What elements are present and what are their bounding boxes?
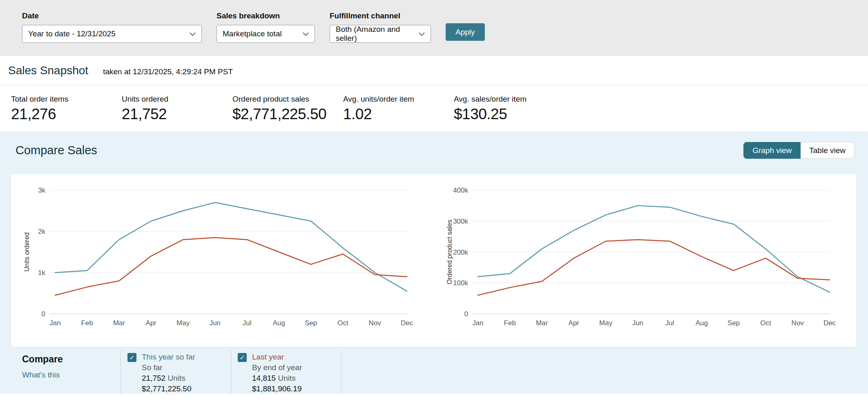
- last-year-checkbox[interactable]: ✓: [238, 353, 247, 362]
- snapshot-header: Sales Snapshot taken at 12/31/2025, 4:29…: [0, 55, 868, 85]
- svg-text:May: May: [176, 319, 190, 327]
- ordered-product-sales-chart: 0100k200k300k400kJanFebMarAprMayJunJulAu…: [434, 174, 857, 347]
- svg-text:Nov: Nov: [792, 319, 804, 327]
- date-select[interactable]: Year to date - 12/31/2025: [22, 25, 202, 43]
- svg-text:Dec: Dec: [401, 319, 413, 327]
- legend-divider: [341, 350, 341, 394]
- svg-text:400k: 400k: [453, 186, 468, 194]
- svg-text:Apr: Apr: [146, 319, 157, 327]
- fulfillment-channel-select-value: Both (Amazon and seller): [336, 25, 414, 43]
- sales-dashboard-page: Date Year to date - 12/31/2025 Sales bre…: [0, 0, 868, 394]
- table-view-button[interactable]: Table view: [801, 142, 855, 159]
- svg-text:Jun: Jun: [632, 319, 643, 327]
- last-year-legend-item: ✓ Last year By end of year 14,815 Units …: [231, 350, 341, 394]
- metric-avg-units-per-order: Avg. units/order item 1.02: [343, 95, 454, 131]
- snapshot-timestamp: taken at 12/31/2025, 4:29:24 PM PST: [103, 67, 233, 76]
- svg-text:Jan: Jan: [49, 319, 60, 327]
- this-year-legend-item: ✓ This year so far So far 21,752 Units $…: [120, 350, 231, 394]
- svg-text:Ordered product sales: Ordered product sales: [446, 220, 453, 284]
- date-filter-label: Date: [22, 11, 202, 20]
- charts-panel: 01k2k3kJanFebMarAprMayJunJulAugSepOctNov…: [11, 173, 857, 347]
- compare-title: Compare: [22, 354, 120, 365]
- svg-text:Jan: Jan: [472, 319, 483, 327]
- sales-breakdown-label: Sales breakdown: [216, 11, 315, 20]
- compare-sales-title: Compare Sales: [16, 144, 97, 157]
- svg-text:Aug: Aug: [273, 319, 285, 327]
- sales-breakdown-select[interactable]: Marketplace total: [216, 25, 315, 43]
- svg-text:Units ordered: Units ordered: [23, 232, 30, 271]
- series-subtitle: So far: [142, 362, 195, 373]
- svg-text:300k: 300k: [453, 218, 468, 225]
- metric-value: 1.02: [343, 106, 454, 123]
- metric-label: Units ordered: [122, 95, 232, 104]
- sales-snapshot-title: Sales Snapshot: [8, 64, 88, 77]
- svg-text:May: May: [599, 319, 613, 327]
- fulfillment-channel-select[interactable]: Both (Amazon and seller): [330, 25, 431, 43]
- svg-text:2k: 2k: [38, 228, 45, 235]
- svg-text:Apr: Apr: [569, 319, 580, 327]
- whats-this-link[interactable]: What's this: [22, 371, 60, 380]
- check-icon: ✓: [239, 354, 245, 362]
- sales-breakdown-filter-group: Sales breakdown Marketplace total: [216, 11, 315, 43]
- compare-legend: Compare What's this ✓ This year so far S…: [0, 350, 868, 394]
- last-year-legend-text: Last year By end of year 14,815 Units $1…: [252, 352, 302, 394]
- svg-text:3k: 3k: [38, 186, 45, 194]
- metric-value: $2,771,225.50: [232, 106, 343, 123]
- svg-text:Feb: Feb: [504, 319, 516, 327]
- svg-text:Jun: Jun: [210, 319, 221, 327]
- metric-label: Avg. sales/order item: [454, 95, 565, 104]
- check-icon: ✓: [129, 354, 134, 362]
- view-toggle: Graph view Table view: [743, 142, 855, 159]
- graph-view-button[interactable]: Graph view: [743, 142, 801, 159]
- metrics-row: Total order items 21,276 Units ordered 2…: [0, 85, 868, 131]
- metric-label: Avg. units/order item: [343, 95, 454, 104]
- compare-sales-section: Compare Sales Graph view Table view 01k2…: [0, 131, 868, 394]
- series-units: 14,815 Units: [252, 373, 302, 384]
- apply-button[interactable]: Apply: [446, 23, 485, 41]
- units-ordered-chart: 01k2k3kJanFebMarAprMayJunJulAugSepOctNov…: [11, 174, 434, 347]
- svg-text:Dec: Dec: [823, 319, 836, 327]
- svg-text:0: 0: [464, 310, 468, 318]
- chevron-down-icon: [419, 32, 425, 36]
- series-sales: $2,771,225.50: [142, 384, 195, 394]
- this-year-legend-text: This year so far So far 21,752 Units $2,…: [142, 352, 195, 394]
- svg-text:Jul: Jul: [243, 319, 252, 327]
- sales-breakdown-select-value: Marketplace total: [223, 29, 282, 38]
- metric-avg-sales-per-order: Avg. sales/order item $130.25: [454, 95, 565, 131]
- chevron-down-icon: [190, 32, 196, 36]
- metric-units-ordered: Units ordered 21,752: [122, 95, 232, 131]
- series-name: Last year: [252, 352, 302, 362]
- series-sales: $1,881,906.19: [252, 384, 302, 394]
- svg-text:Aug: Aug: [696, 319, 708, 327]
- metric-ordered-product-sales: Ordered product sales $2,771,225.50: [232, 95, 343, 131]
- series-name: This year so far: [142, 352, 195, 362]
- svg-text:Mar: Mar: [113, 319, 125, 327]
- series-subtitle: By end of year: [252, 362, 302, 373]
- compare-sales-header: Compare Sales Graph view Table view: [0, 142, 868, 159]
- sales-snapshot-section: Sales Snapshot taken at 12/31/2025, 4:29…: [0, 55, 868, 131]
- fulfillment-channel-filter-group: Fulfillment channel Both (Amazon and sel…: [330, 11, 431, 43]
- date-select-value: Year to date - 12/31/2025: [28, 29, 116, 38]
- metric-total-order-items: Total order items 21,276: [11, 95, 122, 131]
- svg-text:Nov: Nov: [369, 319, 382, 327]
- metric-value: 21,752: [122, 106, 232, 123]
- svg-text:Feb: Feb: [81, 319, 93, 327]
- metric-value: $130.25: [454, 106, 565, 123]
- series-units: 21,752 Units: [142, 373, 195, 384]
- chevron-down-icon: [303, 32, 309, 36]
- svg-text:Sep: Sep: [727, 319, 740, 327]
- metric-value: 21,276: [11, 106, 122, 123]
- svg-text:1k: 1k: [38, 269, 45, 277]
- metric-label: Total order items: [11, 95, 122, 104]
- svg-text:200k: 200k: [453, 249, 468, 256]
- fulfillment-channel-label: Fulfillment channel: [330, 11, 431, 20]
- svg-text:Jul: Jul: [665, 319, 674, 327]
- metric-label: Ordered product sales: [232, 95, 343, 104]
- filter-bar: Date Year to date - 12/31/2025 Sales bre…: [0, 0, 868, 55]
- svg-text:100k: 100k: [453, 279, 468, 287]
- date-filter-group: Date Year to date - 12/31/2025: [22, 11, 202, 43]
- svg-text:Oct: Oct: [337, 319, 348, 327]
- this-year-checkbox[interactable]: ✓: [127, 353, 136, 362]
- svg-text:Sep: Sep: [305, 319, 317, 327]
- svg-text:Mar: Mar: [536, 319, 548, 327]
